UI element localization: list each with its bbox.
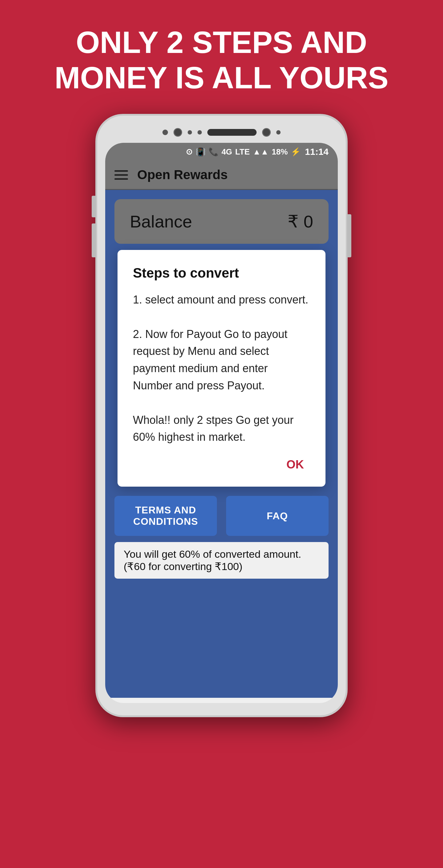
dialog-step2: 2. Now for Payout Go to payout request b…: [133, 328, 287, 392]
phone-wrapper: ⊙ 📳 📞 4G LTE ▲▲ 18% ⚡ 11:14 Op: [0, 114, 443, 776]
phone-shell: ⊙ 📳 📞 4G LTE ▲▲ 18% ⚡ 11:14 Op: [95, 114, 348, 717]
balance-amount: ₹ 0: [288, 212, 313, 231]
dialog-title: Steps to convert: [133, 265, 310, 281]
dialog-ok-button[interactable]: OK: [280, 455, 310, 474]
sensor-dot-left: [162, 130, 168, 135]
volume-up-button[interactable]: [92, 196, 96, 217]
hero-heading: ONLY 2 STEPS AND MONEY IS ALL YOURS: [0, 25, 443, 95]
phone-side-right-button: [347, 214, 351, 257]
call-icon: 📞: [209, 147, 218, 157]
network-4g-icon: 4G: [222, 147, 232, 157]
phone-top-bar: [105, 125, 338, 140]
faq-button[interactable]: FAQ: [226, 496, 328, 536]
dialog-ok-row: OK: [133, 455, 310, 474]
power-button[interactable]: [347, 214, 351, 257]
hamburger-menu-button[interactable]: [115, 170, 128, 180]
dialog-note: Whola!! only 2 stpes Go get your 60% hig…: [133, 414, 293, 443]
bottom-buttons: TERMS AND CONDITIONS FAQ: [115, 496, 328, 536]
status-time: 11:14: [305, 147, 328, 157]
balance-card: Balance ₹ 0: [115, 199, 328, 244]
battery-percent: 18%: [272, 147, 288, 157]
dialog-step1: 1. select amount and press convert.: [133, 293, 308, 306]
signal-icon: ▲▲: [253, 147, 268, 157]
phone-screen: ⊙ 📳 📞 4G LTE ▲▲ 18% ⚡ 11:14 Op: [105, 143, 338, 703]
sensor-flash: [276, 130, 281, 134]
status-bar: ⊙ 📳 📞 4G LTE ▲▲ 18% ⚡ 11:14: [105, 143, 338, 161]
balance-label: Balance: [130, 212, 192, 231]
footer-note: You will get 60% of converted amount.(₹6…: [115, 542, 328, 579]
hero-text-section: ONLY 2 STEPS AND MONEY IS ALL YOURS: [0, 0, 443, 114]
status-icons: ⊙ 📳 📞 4G LTE ▲▲ 18% ⚡: [186, 147, 300, 157]
hamburger-line-2: [115, 174, 128, 176]
lte-icon: LTE: [235, 147, 250, 157]
sensor-dot-far: [197, 130, 202, 134]
app-title: Open Rewards: [137, 167, 228, 182]
front-camera: [173, 128, 182, 137]
hamburger-line-1: [115, 170, 128, 172]
volume-down-button[interactable]: [92, 223, 96, 257]
dialog-body: 1. select amount and press convert. 2. N…: [133, 291, 310, 446]
terms-and-conditions-button[interactable]: TERMS AND CONDITIONS: [115, 496, 217, 536]
wifi-icon: ⊙: [186, 147, 193, 157]
battery-charging-icon: ⚡: [291, 147, 300, 157]
app-content: Balance ₹ 0 Steps to convert 1. select a…: [105, 190, 338, 698]
camera-front-main: [262, 128, 271, 137]
phone-speaker: [207, 129, 257, 136]
vibrate-icon: 📳: [196, 147, 205, 157]
app-bar: Open Rewards: [105, 161, 338, 190]
phone-side-left-buttons: [92, 196, 96, 257]
sensor-dot-right: [188, 130, 192, 134]
steps-dialog: Steps to convert 1. select amount and pr…: [118, 250, 325, 487]
hamburger-line-3: [115, 178, 128, 180]
